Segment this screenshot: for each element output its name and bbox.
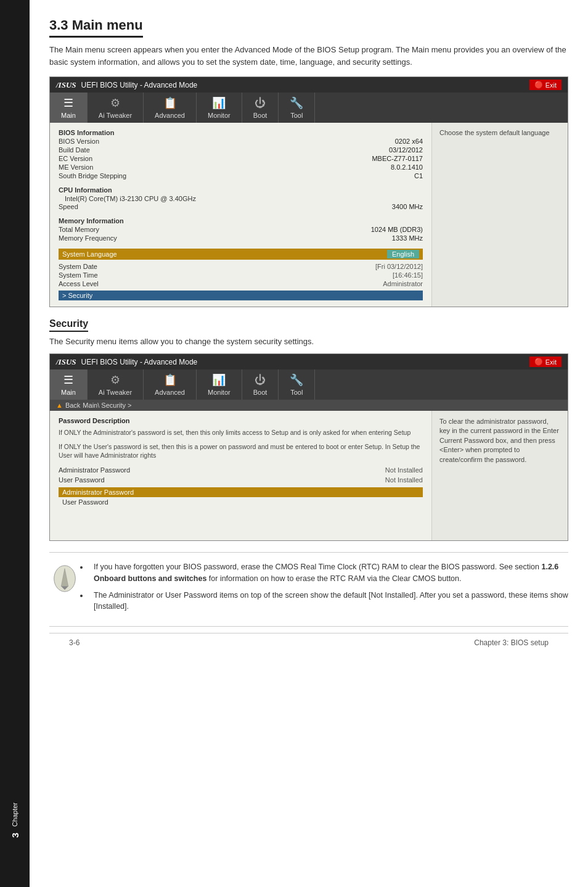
breadcrumb-back[interactable]: Back [65,402,80,409]
exit-label: Exit [545,81,557,89]
bios-exit-button[interactable]: 🔴 Exit [529,80,561,90]
admin-pwd-status: Not Installed [385,466,423,474]
note-icon [49,561,80,593]
nav-boot[interactable]: ⏻ Boot [242,93,279,123]
highlight-admin[interactable]: Administrator Password [59,487,423,497]
bios-info-group: BIOS Information BIOS Version 0202 x64 B… [59,129,423,180]
nav2-main[interactable]: ☰ Main [50,369,88,400]
pencil-icon [52,564,77,593]
mem-info-label: Memory Information [59,217,423,225]
chapter-label: Chapter [11,802,18,827]
pwd-right-text: To clear the administrator password, key… [439,418,559,463]
access-level-value: Administrator [383,280,423,287]
mem-freq-value: 1333 MHz [392,234,423,242]
bios-version-row: BIOS Version 0202 x64 [59,137,423,146]
sidebar: Chapter 3 [0,0,30,887]
admin-pwd-row: Administrator Password Not Installed [59,465,423,475]
sys-time-value: [16:46:15] [393,271,423,279]
nav-ai-tweaker[interactable]: ⚙ Ai Tweaker [88,93,144,123]
footer-right: Chapter 3: BIOS setup [474,638,549,647]
build-date-label: Build Date [59,146,90,154]
nav2-monitor[interactable]: 📊 Monitor [197,369,242,400]
nav-main[interactable]: ☰ Main [50,93,88,123]
total-mem-label: Total Memory [59,226,99,233]
nav-monitor[interactable]: 📊 Monitor [197,93,242,123]
cpu-speed-row: Speed 3400 MHz [59,202,423,211]
bios2-title: UEFI BIOS Utility - Advanced Mode [81,358,198,366]
note-text-2: The Administrator or User Password items… [94,591,568,611]
nav2-advanced[interactable]: 📋 Advanced [144,369,197,400]
bios2-titlebar: /ISUS UEFI BIOS Utility - Advanced Mode … [50,354,568,369]
advanced-icon: 📋 [163,96,177,110]
sb-stepping-row: South Bridge Stepping C1 [59,171,423,180]
ai2-tweaker-icon: ⚙ [110,373,120,387]
nav2-tool[interactable]: 🔧 Tool [279,369,315,400]
sys-time-row: System Time [16:46:15] [59,271,423,279]
security-row[interactable]: > Security [59,291,423,300]
note-item-2: The Administrator or User Password items… [89,590,568,613]
exit2-label: Exit [545,358,557,366]
security-section-title: Security [49,318,88,332]
me-version-value: 8.0.2.1410 [391,163,423,171]
footer-left: 3-6 [69,638,80,647]
nav2-ai-label: Ai Tweaker [99,389,132,396]
main2-icon: ☰ [63,373,73,387]
chapter-number: 3 [10,833,20,838]
nav2-ai-tweaker[interactable]: ⚙ Ai Tweaker [88,369,144,400]
asus-logo-2: /ISUS [56,357,76,367]
bios-body: BIOS Information BIOS Version 0202 x64 B… [50,123,568,307]
ai-tweaker-icon: ⚙ [110,96,120,110]
bios-breadcrumb: ▲ Back Main\ Security > [50,400,568,411]
nav2-boot[interactable]: ⏻ Boot [242,369,279,400]
bios-pwd-right: To clear the administrator password, key… [432,411,568,540]
sys-date-label: System Date [59,263,97,270]
nav-advanced[interactable]: 📋 Advanced [144,93,197,123]
nav-advanced-label: Advanced [155,112,185,119]
bios-titlebar: /ISUS UEFI BIOS Utility - Advanced Mode … [50,77,568,93]
access-level-row: Access Level Administrator [59,279,423,288]
nav2-main-label: Main [61,389,76,396]
sys-lang-row[interactable]: System Language English [59,249,423,260]
mem-freq-row: Memory Frequency 1333 MHz [59,234,423,242]
security-section: Security The Security menu items allow y… [49,318,568,346]
nav-tool-label: Tool [290,112,303,119]
total-mem-row: Total Memory 1024 MB (DDR3) [59,225,423,234]
bios-screen-security: /ISUS UEFI BIOS Utility - Advanced Mode … [49,353,568,541]
boot-icon: ⏻ [255,97,266,110]
cpu-model: Intel(R) Core(TM) i3-2130 CPU @ 3.40GHz [59,194,423,202]
admin-pwd-label: Administrator Password [59,466,130,474]
bios-left-panel: BIOS Information BIOS Version 0202 x64 B… [50,123,432,307]
sys-lang-value: English [387,250,419,258]
nav-ai-label: Ai Tweaker [99,112,132,119]
access-level-label: Access Level [59,280,99,287]
bios-info-label: BIOS Information [59,129,423,136]
note-text-1b: for information on how to erase the RTC … [206,574,461,583]
nav-monitor-label: Monitor [208,112,231,119]
section-title: 3.3 Main menu [49,17,143,38]
bios-screen-main: /ISUS UEFI BIOS Utility - Advanced Mode … [49,76,568,307]
pwd-desc-text2: If ONLY the User's password is set, then… [59,442,423,460]
bios2-exit-button[interactable]: 🔴 Exit [529,357,561,367]
nav-tool[interactable]: 🔧 Tool [279,93,315,123]
section-33: 3.3 Main menu The Main menu screen appea… [49,17,568,68]
me-version-label: ME Version [59,163,93,171]
me-version-row: ME Version 8.0.2.1410 [59,163,423,171]
security-label: > Security [62,292,92,299]
ec-version-value: MBEC-Z77-0117 [372,155,423,162]
asus-logo: /ISUS [56,80,76,90]
bios-version-value: 0202 x64 [395,138,423,145]
pwd-desc-text1: If ONLY the Administrator's password is … [59,428,423,437]
nav2-boot-label: Boot [253,389,267,396]
bios-title: UEFI BIOS Utility - Advanced Mode [81,81,198,89]
highlight-user[interactable]: User Password [59,497,423,507]
note-item-1: If you have forgotten your BIOS password… [89,561,568,585]
tool2-icon: 🔧 [290,373,303,387]
bios-pwd-left: Password Description If ONLY the Adminis… [50,411,432,540]
tool-icon: 🔧 [290,96,303,110]
exit2-icon: 🔴 [534,358,543,366]
note-content: If you have forgotten your BIOS password… [89,561,568,617]
main-content: 3.3 Main menu The Main menu screen appea… [30,0,588,887]
total-mem-value: 1024 MB (DDR3) [371,226,423,233]
mem-info-group: Memory Information Total Memory 1024 MB … [59,217,423,242]
breadcrumb-path: Main\ Security > [83,402,131,409]
